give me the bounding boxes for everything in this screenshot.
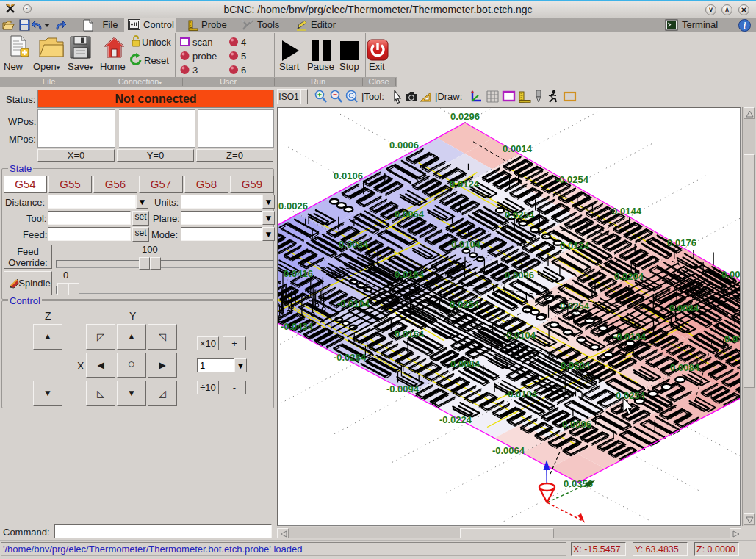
svg-text:0.0036: 0.0036	[721, 269, 741, 280]
svg-text:0.0144: 0.0144	[612, 206, 642, 217]
svg-text:0.0254: 0.0254	[616, 390, 646, 401]
svg-text:0.0006: 0.0006	[389, 140, 419, 151]
svg-text:0.0014: 0.0014	[503, 143, 533, 154]
svg-text:-0.0284: -0.0284	[334, 352, 367, 363]
svg-text:0.0204: 0.0204	[614, 271, 644, 282]
svg-text:-0.0224: -0.0224	[439, 414, 472, 425]
svg-text:0.0084: 0.0084	[669, 303, 699, 314]
svg-text:0.0084: 0.0084	[670, 362, 700, 373]
svg-text:-0.0104: -0.0104	[337, 298, 370, 309]
svg-text:0.0084: 0.0084	[339, 239, 369, 250]
svg-text:0.0164: 0.0164	[395, 269, 425, 280]
svg-text:0.0176: 0.0176	[667, 237, 696, 248]
svg-text:0.0106: 0.0106	[334, 170, 363, 181]
svg-text:0.0254: 0.0254	[560, 300, 590, 311]
svg-text:0.0124: 0.0124	[560, 240, 590, 251]
svg-text:-0.0104: -0.0104	[613, 331, 647, 342]
svg-text:0.0204: 0.0204	[561, 360, 591, 371]
svg-text:-0.0094: -0.0094	[386, 383, 420, 394]
svg-text:0.0084: 0.0084	[450, 358, 480, 369]
svg-text:0.0296: 0.0296	[450, 111, 480, 122]
svg-text:0.0124: 0.0124	[450, 178, 480, 190]
svg-text:0.0096: 0.0096	[562, 419, 591, 430]
svg-text:-0.0254: -0.0254	[556, 174, 589, 185]
svg-text:-0.0104: -0.0104	[505, 389, 538, 400]
svg-text:0.0164: 0.0164	[395, 328, 425, 339]
svg-text:0.0254: 0.0254	[505, 209, 535, 220]
svg-text:0.0064: 0.0064	[395, 209, 425, 220]
svg-text:-0.0064: -0.0064	[492, 445, 525, 456]
svg-text:0.0254: 0.0254	[450, 299, 480, 310]
svg-text:-0.0104: -0.0104	[503, 330, 536, 341]
svg-text:-0.0434: -0.0434	[281, 321, 314, 332]
svg-text:0.0416: 0.0416	[284, 268, 313, 279]
svg-text:0.0164: 0.0164	[724, 333, 741, 345]
svg-text:-0.0104: -0.0104	[448, 239, 481, 250]
svg-text:0.0026: 0.0026	[278, 201, 308, 212]
svg-text:0.0096: 0.0096	[505, 270, 534, 281]
